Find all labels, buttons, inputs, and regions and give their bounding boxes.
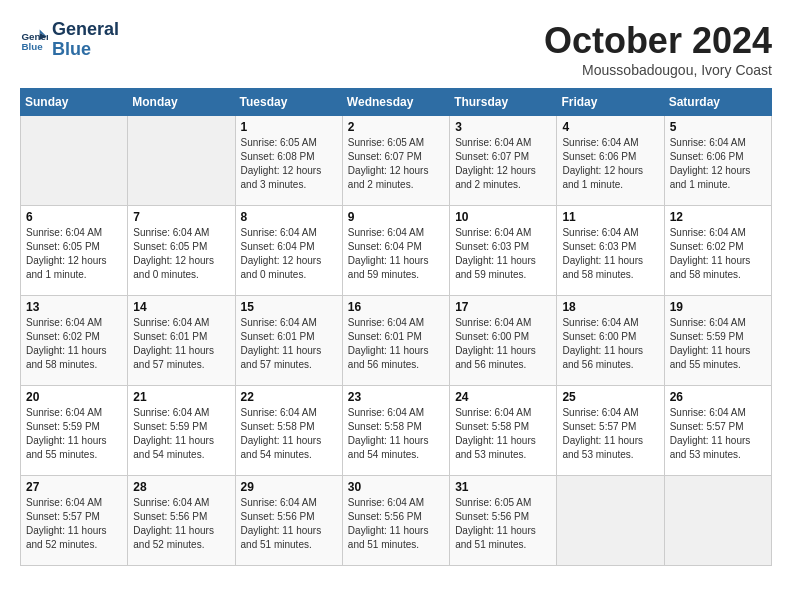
calendar-week-row: 20Sunrise: 6:04 AM Sunset: 5:59 PM Dayli… (21, 386, 772, 476)
day-number: 7 (133, 210, 229, 224)
day-number: 26 (670, 390, 766, 404)
day-number: 28 (133, 480, 229, 494)
calendar-cell (21, 116, 128, 206)
calendar-cell: 25Sunrise: 6:04 AM Sunset: 5:57 PM Dayli… (557, 386, 664, 476)
day-detail: Sunrise: 6:05 AM Sunset: 6:07 PM Dayligh… (348, 136, 444, 192)
location-subtitle: Moussobadougou, Ivory Coast (544, 62, 772, 78)
calendar-cell: 31Sunrise: 6:05 AM Sunset: 5:56 PM Dayli… (450, 476, 557, 566)
calendar-cell: 21Sunrise: 6:04 AM Sunset: 5:59 PM Dayli… (128, 386, 235, 476)
calendar-week-row: 13Sunrise: 6:04 AM Sunset: 6:02 PM Dayli… (21, 296, 772, 386)
calendar-cell: 22Sunrise: 6:04 AM Sunset: 5:58 PM Dayli… (235, 386, 342, 476)
day-detail: Sunrise: 6:04 AM Sunset: 5:56 PM Dayligh… (348, 496, 444, 552)
logo-text-line2: Blue (52, 40, 119, 60)
calendar-header-row: SundayMondayTuesdayWednesdayThursdayFrid… (21, 89, 772, 116)
day-detail: Sunrise: 6:04 AM Sunset: 6:06 PM Dayligh… (670, 136, 766, 192)
calendar-cell: 10Sunrise: 6:04 AM Sunset: 6:03 PM Dayli… (450, 206, 557, 296)
calendar-cell: 12Sunrise: 6:04 AM Sunset: 6:02 PM Dayli… (664, 206, 771, 296)
day-number: 24 (455, 390, 551, 404)
day-detail: Sunrise: 6:05 AM Sunset: 5:56 PM Dayligh… (455, 496, 551, 552)
logo: General Blue General Blue (20, 20, 119, 60)
calendar-cell (128, 116, 235, 206)
calendar-cell: 28Sunrise: 6:04 AM Sunset: 5:56 PM Dayli… (128, 476, 235, 566)
day-number: 11 (562, 210, 658, 224)
calendar-cell (557, 476, 664, 566)
day-number: 15 (241, 300, 337, 314)
day-number: 13 (26, 300, 122, 314)
calendar-cell: 18Sunrise: 6:04 AM Sunset: 6:00 PM Dayli… (557, 296, 664, 386)
calendar-week-row: 1Sunrise: 6:05 AM Sunset: 6:08 PM Daylig… (21, 116, 772, 206)
calendar-cell: 7Sunrise: 6:04 AM Sunset: 6:05 PM Daylig… (128, 206, 235, 296)
weekday-header-sunday: Sunday (21, 89, 128, 116)
calendar-cell: 11Sunrise: 6:04 AM Sunset: 6:03 PM Dayli… (557, 206, 664, 296)
calendar-cell: 30Sunrise: 6:04 AM Sunset: 5:56 PM Dayli… (342, 476, 449, 566)
day-number: 10 (455, 210, 551, 224)
day-detail: Sunrise: 6:04 AM Sunset: 5:59 PM Dayligh… (133, 406, 229, 462)
day-detail: Sunrise: 6:04 AM Sunset: 6:00 PM Dayligh… (562, 316, 658, 372)
day-detail: Sunrise: 6:04 AM Sunset: 6:05 PM Dayligh… (133, 226, 229, 282)
day-detail: Sunrise: 6:04 AM Sunset: 6:04 PM Dayligh… (241, 226, 337, 282)
day-number: 27 (26, 480, 122, 494)
day-number: 17 (455, 300, 551, 314)
day-detail: Sunrise: 6:04 AM Sunset: 6:05 PM Dayligh… (26, 226, 122, 282)
day-detail: Sunrise: 6:04 AM Sunset: 5:57 PM Dayligh… (670, 406, 766, 462)
day-detail: Sunrise: 6:04 AM Sunset: 5:57 PM Dayligh… (562, 406, 658, 462)
day-detail: Sunrise: 6:04 AM Sunset: 5:58 PM Dayligh… (455, 406, 551, 462)
calendar-cell: 27Sunrise: 6:04 AM Sunset: 5:57 PM Dayli… (21, 476, 128, 566)
title-area: October 2024 Moussobadougou, Ivory Coast (544, 20, 772, 78)
page-header: General Blue General Blue October 2024 M… (20, 20, 772, 78)
day-number: 1 (241, 120, 337, 134)
calendar-cell: 29Sunrise: 6:04 AM Sunset: 5:56 PM Dayli… (235, 476, 342, 566)
weekday-header-saturday: Saturday (664, 89, 771, 116)
calendar-cell: 19Sunrise: 6:04 AM Sunset: 5:59 PM Dayli… (664, 296, 771, 386)
day-number: 18 (562, 300, 658, 314)
calendar-cell (664, 476, 771, 566)
day-number: 3 (455, 120, 551, 134)
day-detail: Sunrise: 6:04 AM Sunset: 5:56 PM Dayligh… (133, 496, 229, 552)
day-number: 19 (670, 300, 766, 314)
day-number: 16 (348, 300, 444, 314)
calendar-cell: 6Sunrise: 6:04 AM Sunset: 6:05 PM Daylig… (21, 206, 128, 296)
day-detail: Sunrise: 6:04 AM Sunset: 5:58 PM Dayligh… (348, 406, 444, 462)
day-number: 9 (348, 210, 444, 224)
calendar-cell: 14Sunrise: 6:04 AM Sunset: 6:01 PM Dayli… (128, 296, 235, 386)
calendar-table: SundayMondayTuesdayWednesdayThursdayFrid… (20, 88, 772, 566)
day-detail: Sunrise: 6:04 AM Sunset: 6:06 PM Dayligh… (562, 136, 658, 192)
weekday-header-thursday: Thursday (450, 89, 557, 116)
day-detail: Sunrise: 6:04 AM Sunset: 5:56 PM Dayligh… (241, 496, 337, 552)
calendar-week-row: 6Sunrise: 6:04 AM Sunset: 6:05 PM Daylig… (21, 206, 772, 296)
calendar-cell: 1Sunrise: 6:05 AM Sunset: 6:08 PM Daylig… (235, 116, 342, 206)
day-detail: Sunrise: 6:04 AM Sunset: 5:59 PM Dayligh… (26, 406, 122, 462)
day-detail: Sunrise: 6:04 AM Sunset: 6:01 PM Dayligh… (348, 316, 444, 372)
day-number: 6 (26, 210, 122, 224)
day-detail: Sunrise: 6:04 AM Sunset: 6:01 PM Dayligh… (133, 316, 229, 372)
calendar-cell: 17Sunrise: 6:04 AM Sunset: 6:00 PM Dayli… (450, 296, 557, 386)
calendar-cell: 26Sunrise: 6:04 AM Sunset: 5:57 PM Dayli… (664, 386, 771, 476)
day-number: 2 (348, 120, 444, 134)
weekday-header-tuesday: Tuesday (235, 89, 342, 116)
weekday-header-friday: Friday (557, 89, 664, 116)
calendar-cell: 20Sunrise: 6:04 AM Sunset: 5:59 PM Dayli… (21, 386, 128, 476)
logo-text-line1: General (52, 20, 119, 40)
logo-icon: General Blue (20, 26, 48, 54)
calendar-week-row: 27Sunrise: 6:04 AM Sunset: 5:57 PM Dayli… (21, 476, 772, 566)
day-detail: Sunrise: 6:04 AM Sunset: 6:00 PM Dayligh… (455, 316, 551, 372)
calendar-cell: 4Sunrise: 6:04 AM Sunset: 6:06 PM Daylig… (557, 116, 664, 206)
day-detail: Sunrise: 6:04 AM Sunset: 5:57 PM Dayligh… (26, 496, 122, 552)
day-number: 20 (26, 390, 122, 404)
calendar-cell: 9Sunrise: 6:04 AM Sunset: 6:04 PM Daylig… (342, 206, 449, 296)
weekday-header-monday: Monday (128, 89, 235, 116)
day-detail: Sunrise: 6:04 AM Sunset: 6:03 PM Dayligh… (562, 226, 658, 282)
day-detail: Sunrise: 6:04 AM Sunset: 6:03 PM Dayligh… (455, 226, 551, 282)
day-detail: Sunrise: 6:04 AM Sunset: 5:58 PM Dayligh… (241, 406, 337, 462)
day-detail: Sunrise: 6:04 AM Sunset: 6:07 PM Dayligh… (455, 136, 551, 192)
calendar-cell: 5Sunrise: 6:04 AM Sunset: 6:06 PM Daylig… (664, 116, 771, 206)
day-number: 4 (562, 120, 658, 134)
calendar-cell: 16Sunrise: 6:04 AM Sunset: 6:01 PM Dayli… (342, 296, 449, 386)
calendar-cell: 2Sunrise: 6:05 AM Sunset: 6:07 PM Daylig… (342, 116, 449, 206)
day-number: 8 (241, 210, 337, 224)
svg-text:Blue: Blue (21, 41, 43, 52)
weekday-header-wednesday: Wednesday (342, 89, 449, 116)
day-number: 21 (133, 390, 229, 404)
day-number: 31 (455, 480, 551, 494)
day-number: 5 (670, 120, 766, 134)
